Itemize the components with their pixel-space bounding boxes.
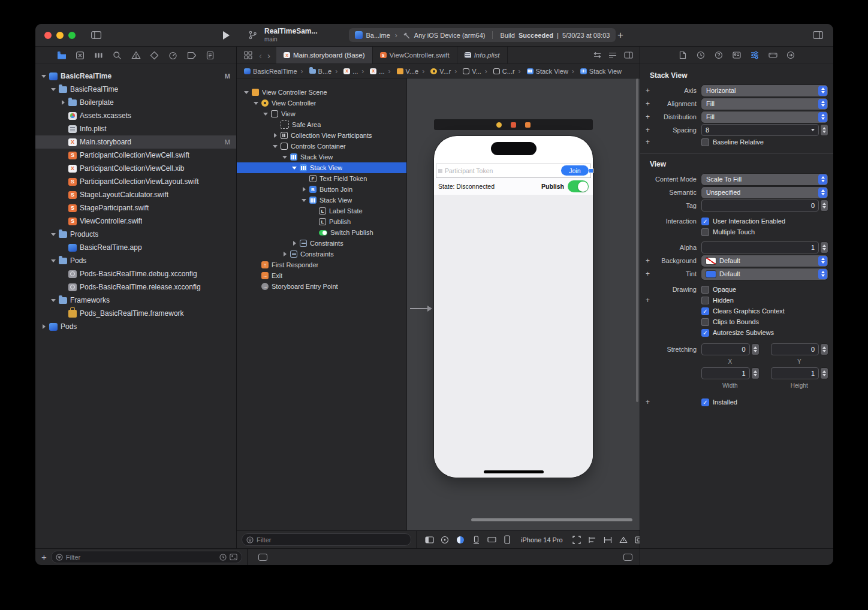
background-popup[interactable]: Default (701, 255, 828, 267)
disclosure-icon[interactable] (59, 204, 67, 212)
disclosure-icon[interactable] (59, 218, 67, 225)
add-installed-variation-button[interactable] (644, 398, 651, 406)
file-row[interactable]: Pods-BasicRealTime.release.xcconfig (35, 280, 236, 294)
outline-filter-input[interactable]: Filter (242, 533, 411, 546)
outline-row[interactable]: Controls Container (237, 141, 406, 152)
disclosure-icon[interactable] (59, 283, 67, 291)
breadcrumb-item[interactable]: ... (331, 67, 358, 76)
forward-button[interactable]: › (267, 51, 270, 60)
disclosure-icon[interactable] (281, 153, 289, 161)
file-row[interactable]: Frameworks (35, 294, 236, 307)
reports-navigator-icon[interactable] (205, 50, 216, 61)
breadcrumb-item[interactable]: V...e (385, 67, 419, 76)
disclosure-icon[interactable] (252, 99, 260, 107)
scheme-block[interactable]: RealTimeSam... main (264, 28, 318, 42)
disclosure-icon[interactable] (50, 257, 58, 265)
breadcrumb-item[interactable]: ... (358, 67, 384, 76)
disclosure-icon[interactable] (50, 297, 58, 304)
distribution-popup[interactable]: Fill (701, 111, 828, 123)
disclosure-icon[interactable] (40, 73, 48, 80)
source-control-navigator-icon[interactable] (75, 50, 86, 61)
disclosure-icon[interactable] (40, 323, 48, 331)
add-axis-variation-button[interactable] (644, 87, 651, 94)
align-icon[interactable] (586, 534, 599, 546)
canvas-vertical-scrollbar[interactable] (636, 78, 638, 402)
symbols-navigator-icon[interactable] (94, 50, 104, 61)
disclosure-icon[interactable] (310, 229, 318, 237)
outline-row[interactable]: Publish (237, 216, 406, 227)
outline-row[interactable]: Switch Publish (237, 227, 406, 238)
size-inspector-icon[interactable] (767, 50, 778, 61)
outline-row[interactable]: Constraints (237, 249, 406, 259)
outline-row[interactable]: Text Field Token (237, 173, 406, 184)
outline-row[interactable]: Stack View (237, 195, 406, 206)
clips-to-bounds-checkbox[interactable] (701, 318, 709, 326)
content-mode-popup[interactable]: Scale To Fill (701, 174, 828, 185)
breakpoints-navigator-icon[interactable] (186, 50, 197, 61)
orientation-icon[interactable] (485, 534, 498, 546)
disclosure-icon[interactable] (59, 99, 67, 107)
add-distribution-variation-button[interactable] (644, 113, 651, 120)
outline-row[interactable]: View Controller Scene (237, 87, 406, 98)
first-responder-dock-icon[interactable] (511, 122, 516, 128)
history-inspector-icon[interactable] (695, 50, 706, 61)
code-review-icon[interactable] (592, 50, 602, 61)
outline-row[interactable]: First Responder (237, 259, 406, 270)
tab-overview-icon[interactable] (243, 50, 254, 61)
breadcrumb-item[interactable]: V...r (418, 67, 451, 76)
disclosure-icon[interactable] (310, 207, 318, 215)
disclosure-icon[interactable] (59, 310, 67, 318)
file-row[interactable]: ParticipantCollectionViewCell.swift (35, 149, 236, 162)
file-row[interactable]: ParticipantCollectionViewLayout.swift (35, 175, 236, 188)
add-tint-variation-button[interactable] (644, 270, 651, 277)
disclosure-icon[interactable] (300, 186, 308, 194)
library-add-button[interactable]: + (617, 30, 623, 40)
disclosure-icon[interactable] (50, 231, 58, 238)
join-button[interactable]: Join (561, 165, 589, 176)
close-window-button[interactable] (44, 32, 52, 39)
issues-navigator-icon[interactable] (131, 50, 141, 61)
file-row[interactable]: BasicRealTime M (35, 70, 236, 83)
outline-row[interactable]: Stack View (237, 162, 406, 173)
selection-handle[interactable] (589, 168, 593, 173)
axis-popup[interactable]: Horizontal (701, 85, 828, 96)
activity-status[interactable]: Ba...ime › Any iOS Device (arm64) Build … (349, 28, 616, 42)
editor-tab[interactable]: ViewController.swift (373, 47, 457, 64)
disclosure-icon[interactable] (272, 132, 279, 140)
baseline-relative-checkbox[interactable] (701, 138, 709, 146)
outline-row[interactable]: Button Join (237, 184, 406, 195)
add-spacing-variation-button[interactable] (644, 126, 651, 134)
canvas-horizontal-scrollbar[interactable] (471, 518, 632, 521)
breadcrumb-item[interactable]: C...r (481, 67, 515, 76)
disclosure-icon[interactable] (59, 152, 67, 159)
outline-row[interactable]: Exit (237, 270, 406, 281)
run-button[interactable] (223, 31, 230, 40)
add-alignment-variation-button[interactable] (644, 100, 651, 107)
breadcrumb-item[interactable]: Stack View (568, 67, 622, 76)
disclosure-icon[interactable] (243, 89, 251, 96)
debug-navigator-icon[interactable] (168, 50, 179, 61)
file-row[interactable]: Boilerplate (35, 96, 236, 109)
project-navigator-icon[interactable] (56, 50, 67, 61)
disclosure-icon[interactable] (59, 125, 67, 133)
disclosure-icon[interactable] (272, 121, 279, 129)
file-row[interactable]: ParticipantCollectionViewCell.xib (35, 162, 236, 175)
disclosure-icon[interactable] (272, 143, 279, 150)
breadcrumb-item[interactable]: BasicRealTime (244, 68, 297, 75)
editor-tab[interactable]: Main.storyboard (Base) (276, 47, 373, 64)
file-row[interactable]: Pods (35, 254, 236, 267)
tint-popup[interactable]: Default (701, 268, 828, 280)
view-background[interactable] (434, 195, 593, 478)
installed-checkbox[interactable] (701, 398, 709, 406)
view-controller-dock-icon[interactable] (496, 122, 502, 128)
find-navigator-icon[interactable] (112, 50, 123, 61)
device-icon[interactable] (501, 534, 514, 546)
variant-options-icon[interactable] (438, 534, 451, 546)
navigator-filter-input[interactable]: Filter (51, 551, 242, 563)
clears-graphics-checkbox[interactable] (701, 307, 709, 315)
disclosure-icon[interactable] (59, 191, 67, 199)
storyboard-entry-point-arrow[interactable] (410, 308, 428, 309)
breadcrumb-item[interactable]: B...e (297, 67, 332, 76)
toggle-navigator-icon[interactable] (89, 29, 103, 41)
add-baseline-variation-button[interactable] (644, 138, 651, 146)
